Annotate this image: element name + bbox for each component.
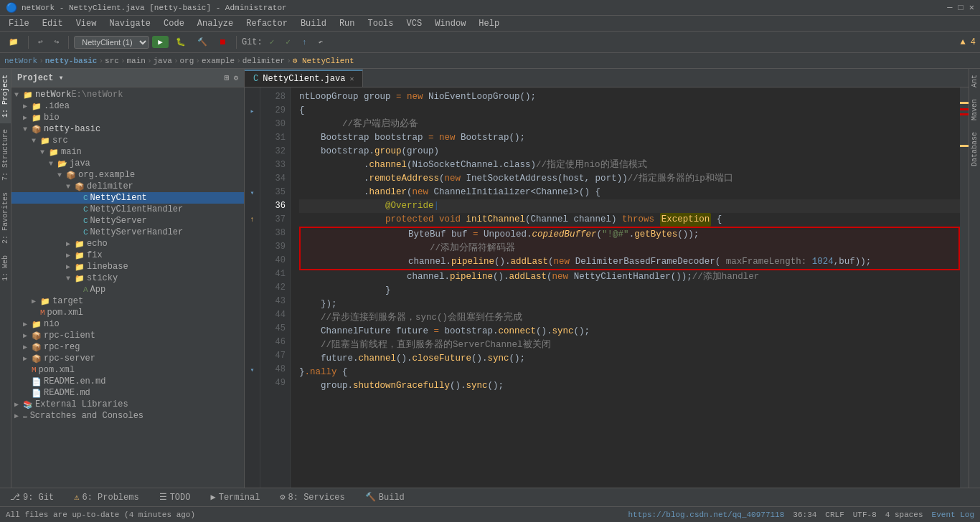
menu-item-refactor[interactable]: Refactor: [240, 17, 293, 30]
breadcrumb-item-nettyclient[interactable]: ⚙ NettyClient: [293, 56, 354, 65]
build-tab[interactable]: 🔨 Build: [361, 490, 409, 504]
code-line-36[interactable]: @Override|: [299, 199, 960, 213]
tree-item-delimiter[interactable]: ▼ 📦 delimiter: [11, 181, 244, 192]
code-line-37[interactable]: protected void initChannel(Channel chann…: [299, 213, 960, 227]
terminal-tab[interactable]: ▶ Terminal: [206, 490, 264, 504]
database-tab[interactable]: Database: [969, 126, 980, 172]
tree-item-sticky[interactable]: ▼ 📁 sticky: [11, 272, 244, 284]
code-line-43[interactable]: });: [299, 298, 960, 311]
menu-item-view[interactable]: View: [70, 17, 103, 30]
menu-item-edit[interactable]: Edit: [37, 17, 69, 30]
menu-item-run[interactable]: Run: [334, 17, 361, 30]
web-tab[interactable]: 1: Web: [0, 250, 11, 287]
problems-tab[interactable]: ⚠ 6: Problems: [70, 490, 143, 504]
favorites-tab[interactable]: 2: Favorites: [0, 186, 11, 250]
editor-tab-close-icon[interactable]: ✕: [349, 75, 354, 83]
code-line-41[interactable]: channel.pipeline().addLast(new NettyClie…: [299, 270, 960, 284]
project-panel-pin-icon[interactable]: ⊞: [225, 73, 230, 82]
breadcrumb-item-netty-basic[interactable]: netty-basic: [45, 57, 98, 65]
tree-item-org-example[interactable]: ▼ 📦 org.example: [11, 169, 244, 181]
minimize-button[interactable]: ─: [947, 3, 952, 13]
structure-tab[interactable]: 7: Structure: [0, 123, 11, 186]
run-button[interactable]: ▶: [152, 36, 169, 48]
gutter-35[interactable]: ▾: [245, 186, 260, 199]
menu-item-help[interactable]: Help: [473, 17, 505, 30]
code-line-40[interactable]: channel.pipeline().addLast(new Delimiter…: [301, 255, 958, 269]
tree-item-netty-basic[interactable]: ▼ 📦 netty-basic: [11, 123, 244, 135]
menu-item-window[interactable]: Window: [429, 17, 471, 30]
tree-item-rpc-reg[interactable]: ▶ 📦 rpc-reg: [11, 341, 244, 353]
breadcrumb-item-src[interactable]: src: [105, 57, 119, 65]
code-line-47[interactable]: future.channel().closeFuture().sync();: [299, 352, 960, 366]
gutter-29[interactable]: ▸: [245, 104, 260, 118]
toolbar-undo-button[interactable]: ↩: [34, 36, 47, 48]
code-line-35[interactable]: .handler(new ChannelInitializer<Channel>…: [299, 186, 960, 199]
code-line-45[interactable]: ChannelFuture future = bootstrap.connect…: [299, 325, 960, 338]
tree-item-nettyserver[interactable]: ▶ C NettyServer: [11, 215, 244, 227]
maven-tab[interactable]: Maven: [969, 93, 980, 126]
tree-item-nettyclient[interactable]: ▶ C NettyClient: [11, 192, 244, 204]
menu-item-tools[interactable]: Tools: [362, 17, 400, 30]
breadcrumb-item-example[interactable]: example: [202, 57, 235, 65]
tree-item-main[interactable]: ▼ 📁 main: [11, 146, 244, 158]
tree-item-fix[interactable]: ▶ 📁 fix: [11, 250, 244, 261]
code-line-39[interactable]: //添加分隔符解码器: [301, 242, 958, 255]
tree-item-target[interactable]: ▶ 📁 target: [11, 295, 244, 307]
tree-item-readme[interactable]: ▶ 📄 README.md: [11, 387, 244, 399]
code-line-46[interactable]: //阻塞当前线程，直到服务器的ServerChannel被关闭: [299, 338, 960, 352]
menu-item-vcs[interactable]: VCS: [401, 17, 428, 30]
menu-item-navigate[interactable]: Navigate: [103, 17, 156, 30]
code-line-31[interactable]: Bootstrap bootstrap = new Bootstrap();: [299, 131, 960, 145]
gutter-37[interactable]: ↑: [245, 213, 260, 227]
debug-button[interactable]: 🐛: [171, 36, 190, 48]
project-panel-settings-icon[interactable]: ⚙: [233, 73, 238, 82]
gutter-48[interactable]: ▾: [245, 363, 260, 376]
menu-item-analyze[interactable]: Analyze: [192, 17, 239, 30]
tree-item-rpc-client[interactable]: ▶ 📦 rpc-client: [11, 330, 244, 341]
tree-item-pom[interactable]: ▶ M pom.xml: [11, 364, 244, 376]
stop-button[interactable]: ⏹: [215, 36, 231, 48]
code-line-42[interactable]: }: [299, 284, 960, 298]
menu-item-file[interactable]: File: [3, 17, 35, 30]
menu-item-build[interactable]: Build: [295, 17, 332, 30]
git-push-button[interactable]: ↑: [298, 37, 311, 48]
tree-item-nettyserverhandler[interactable]: ▶ C NettyServerHandler: [11, 227, 244, 238]
status-line-sep[interactable]: CRLF: [825, 511, 844, 519]
tree-item-pom-netty[interactable]: ▶ M pom.xml: [11, 307, 244, 318]
code-line-33[interactable]: .channel(NioSocketChannel.class)//指定使用ni…: [299, 158, 960, 172]
tree-item-network[interactable]: ▼ 📁 netWork E:\netWork: [11, 89, 244, 100]
tree-item-idea[interactable]: ▶ 📁 .idea: [11, 100, 244, 112]
code-line-28[interactable]: ntLoopGroup group = new NioEventLoopGrou…: [299, 90, 960, 104]
tree-item-src[interactable]: ▼ 📁 src: [11, 135, 244, 146]
tree-item-nio[interactable]: ▶ 📁 nio: [11, 318, 244, 330]
breadcrumb-item-org[interactable]: org: [180, 57, 194, 65]
maximize-button[interactable]: □: [958, 3, 963, 13]
code-line-34[interactable]: .remoteAddress(new InetSocketAddress(hos…: [299, 172, 960, 186]
code-line-44[interactable]: //异步连接到服务器，sync()会阻塞到任务完成: [299, 311, 960, 325]
code-line-49[interactable]: group.shutdownGracefully().sync();: [299, 379, 960, 393]
tree-item-bio[interactable]: ▶ 📁 bio: [11, 112, 244, 123]
tree-item-rpc-server[interactable]: ▶ 📦 rpc-server: [11, 353, 244, 364]
code-line-29[interactable]: {: [299, 104, 960, 118]
tree-item-nettyclienthandler[interactable]: ▶ C NettyClientHandler: [11, 204, 244, 215]
breadcrumb-item-main[interactable]: main: [126, 57, 145, 65]
toolbar-open-button[interactable]: 📁: [4, 36, 23, 48]
code-line-30[interactable]: //客户端启动必备: [299, 118, 960, 131]
status-url[interactable]: https://blog.csdn.net/qq_40977118: [628, 511, 784, 519]
git-commit-button[interactable]: ✓: [281, 36, 295, 48]
tree-item-scratches[interactable]: ▶ ✏️ Scratches and Consoles: [11, 410, 244, 422]
tree-item-linebase[interactable]: ▶ 📁 linebase: [11, 261, 244, 272]
run-config-select[interactable]: NettyClient (1): [74, 36, 149, 49]
close-button[interactable]: ✕: [969, 2, 974, 13]
breadcrumb-item-delimiter[interactable]: delimiter: [242, 57, 285, 65]
toolbar-redo-button[interactable]: ↪: [50, 36, 64, 48]
status-position[interactable]: 36:34: [793, 511, 816, 519]
status-indent[interactable]: 4 spaces: [885, 511, 923, 519]
warnings-badge[interactable]: ▲ 4: [960, 37, 976, 47]
ant-tab[interactable]: Ant: [969, 69, 980, 93]
todo-tab[interactable]: ☰ TODO: [155, 490, 195, 504]
tree-item-echo[interactable]: ▶ 📁 echo: [11, 238, 244, 250]
build-button[interactable]: 🔨: [193, 36, 212, 48]
scrollbar-right[interactable]: [960, 87, 969, 488]
tree-item-readme-en[interactable]: ▶ 📄 README.en.md: [11, 376, 244, 387]
